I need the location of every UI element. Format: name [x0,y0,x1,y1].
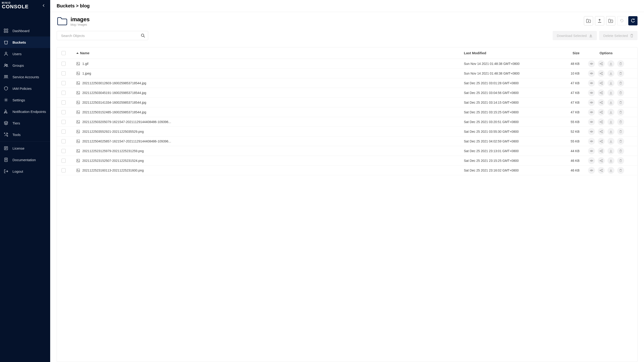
delete-button[interactable] [617,80,624,87]
delete-button[interactable] [617,89,624,96]
download-button[interactable] [608,99,614,106]
new-folder-button[interactable] [584,16,593,25]
preview-button[interactable] [588,128,595,135]
row-checkbox[interactable] [62,130,66,134]
sidebar-item-logout[interactable]: Logout [0,166,50,177]
download-button[interactable] [608,167,614,174]
download-button[interactable] [608,89,614,96]
share-button[interactable] [598,138,605,145]
table-row[interactable]: 2021122523152507-20211225231524.png Sat … [57,156,637,166]
download-button[interactable] [608,60,614,67]
table-row[interactable]: 2021122503012603-1600259853718544.jpg Sa… [57,78,637,88]
share-button[interactable] [598,167,605,174]
refresh-button[interactable] [628,16,638,25]
upload-folder-button[interactable] [606,16,615,25]
preview-button[interactable] [588,157,595,164]
delete-button[interactable] [617,60,624,67]
search-icon [141,33,145,38]
share-button[interactable] [598,70,605,77]
sidebar-item-tiers[interactable]: Tiers [0,117,50,129]
delete-button[interactable] [617,157,624,164]
preview-button[interactable] [588,89,595,96]
delete-button[interactable] [617,70,624,77]
preview-button[interactable] [588,80,595,87]
preview-button[interactable] [588,148,595,155]
delete-button[interactable] [617,148,624,155]
delete-button[interactable] [617,167,624,174]
sidebar-item-groups[interactable]: Groups [0,60,50,71]
download-button[interactable] [608,118,614,125]
share-button[interactable] [598,128,605,135]
delete-button[interactable] [617,128,624,135]
share-button[interactable] [598,99,605,106]
download-button[interactable] [608,157,614,164]
preview-button[interactable] [588,118,595,125]
download-button[interactable] [608,138,614,145]
download-button[interactable] [608,80,614,87]
share-button[interactable] [598,89,605,96]
delete-button[interactable] [617,109,624,116]
sidebar-item-service-accounts[interactable]: Service Accounts [0,71,50,83]
download-icon [609,149,613,153]
table-row[interactable]: 1.jpeg Sun Nov 14 2021 01:48:38 GMT+0800… [57,69,637,78]
share-button[interactable] [598,157,605,164]
column-name-header[interactable]: Name [73,51,464,55]
sidebar-item-tools[interactable]: Tools [0,129,50,140]
share-button[interactable] [598,80,605,87]
row-checkbox[interactable] [62,62,66,66]
download-button[interactable] [608,148,614,155]
sidebar-item-iam-policies[interactable]: IAM Policies [0,83,50,94]
table-row[interactable]: 2021122503552921-20211225035529.png Sat … [57,127,637,137]
download-button[interactable] [608,109,614,116]
share-button[interactable] [598,109,605,116]
share-button[interactable] [598,118,605,125]
sidebar-item-license[interactable]: License [0,143,50,154]
sidebar-item-label: Notification Endpoints [12,110,46,114]
delete-button[interactable] [617,99,624,106]
sidebar-item-settings[interactable]: Settings [0,94,50,106]
table-row[interactable]: 2021122523160113-20211225231600.png Sat … [57,166,637,175]
preview-button[interactable] [588,138,595,145]
table-row[interactable]: 2021122503152485-1600259853718544.jpg Sa… [57,107,637,117]
row-checkbox[interactable] [62,91,66,95]
sidebar-item-buckets[interactable]: Buckets [0,36,50,48]
download-button[interactable] [608,70,614,77]
preview-button[interactable] [588,60,595,67]
download-button[interactable] [608,128,614,135]
delete-selected-button[interactable]: Delete Selected [599,31,638,40]
sidebar-collapse-button[interactable] [40,2,47,9]
row-checkbox[interactable] [62,159,66,163]
table-row[interactable]: 2021122503205079-1621547-202111291444084… [57,117,637,127]
table-row[interactable]: 2021122503045191-1600259853718544.jpg Sa… [57,88,637,98]
share-button[interactable] [598,148,605,155]
row-checkbox[interactable] [62,168,66,173]
row-checkbox[interactable] [62,100,66,105]
search-input[interactable] [57,31,148,40]
row-checkbox[interactable] [62,120,66,124]
preview-button[interactable] [588,99,595,106]
row-checkbox[interactable] [62,139,66,143]
upload-button[interactable] [595,16,604,25]
select-all-checkbox[interactable] [62,51,66,55]
share-button[interactable] [598,60,605,67]
column-modified-header[interactable]: Last Modified [464,51,556,55]
row-checkbox[interactable] [62,110,66,114]
column-size-header[interactable]: Size [556,51,580,55]
row-checkbox[interactable] [62,149,66,153]
sidebar-item-documentation[interactable]: Documentation [0,154,50,166]
table-row[interactable]: 1.gif Sun Nov 14 2021 01:48:38 GMT+0800 … [57,59,637,69]
table-row[interactable]: 2021122503141334-1600259853718544.jpg Sa… [57,98,637,107]
download-selected-button[interactable]: Download Selected [553,31,597,40]
preview-button[interactable] [588,70,595,77]
sidebar-item-users[interactable]: Users [0,48,50,60]
sidebar-item-notification-endpoints[interactable]: Notification Endpoints [0,106,50,117]
row-checkbox[interactable] [62,81,66,85]
preview-button[interactable] [588,109,595,116]
sidebar-item-dashboard[interactable]: Dashboard [0,25,50,36]
table-row[interactable]: 2021122523125979-20211225231259.png Sat … [57,146,637,156]
delete-button[interactable] [617,138,624,145]
preview-button[interactable] [588,167,595,174]
delete-button[interactable] [617,118,624,125]
table-row[interactable]: 2021122504025857-1621547-202111291444084… [57,137,637,146]
row-checkbox[interactable] [62,71,66,75]
